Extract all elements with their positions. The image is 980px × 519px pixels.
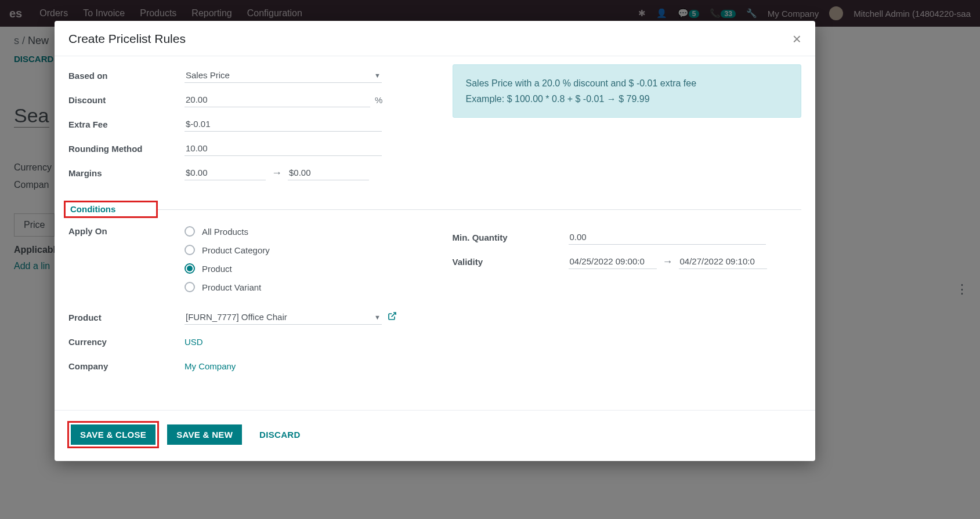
lower-left-column: Apply On All Products Product Category xyxy=(68,226,418,379)
upper-right-column: Sales Price with a 20.0 % discount and $… xyxy=(453,64,802,186)
extra-fee-input[interactable] xyxy=(185,117,382,132)
modal-footer: Save & Close Save & New Discard xyxy=(55,410,815,461)
margins-min-input[interactable] xyxy=(185,165,266,180)
discard-button[interactable]: Discard xyxy=(250,424,309,445)
radio-selected-icon xyxy=(185,263,195,274)
modal-title: Create Pricelist Rules xyxy=(68,32,186,46)
product-label: Product xyxy=(68,313,185,322)
discount-label: Discount xyxy=(68,95,185,105)
discount-input[interactable] xyxy=(185,92,370,107)
arrow-right-icon: → xyxy=(663,256,673,268)
product-select[interactable]: [FURN_7777] Office Chair ▼ xyxy=(185,310,382,325)
close-icon[interactable]: × xyxy=(793,31,801,46)
margins-max-input[interactable] xyxy=(288,165,369,180)
based-on-select[interactable]: Sales Price ▼ xyxy=(185,68,382,83)
radio-icon xyxy=(185,282,195,292)
modal-body: Based on Sales Price ▼ Discount % xyxy=(55,56,815,410)
upper-left-column: Based on Sales Price ▼ Discount % xyxy=(68,64,418,186)
validity-label: Validity xyxy=(453,257,569,267)
company-label: Company xyxy=(68,361,185,371)
extra-fee-label: Extra Fee xyxy=(68,119,185,129)
min-quantity-input[interactable] xyxy=(569,230,766,245)
apply-on-label: Apply On xyxy=(68,226,185,236)
apply-on-product[interactable]: Product xyxy=(185,263,418,274)
save-new-button[interactable]: Save & New xyxy=(167,424,242,445)
currency-label: Currency xyxy=(68,337,185,347)
conditions-section-heading: Conditions xyxy=(64,201,158,218)
based-on-label: Based on xyxy=(68,71,185,81)
discount-suffix: % xyxy=(375,95,382,105)
create-pricelist-rule-modal: Create Pricelist Rules × Based on Sales … xyxy=(55,21,815,461)
min-quantity-label: Min. Quantity xyxy=(453,233,569,242)
rounding-method-label: Rounding Method xyxy=(68,144,185,154)
currency-link[interactable]: USD xyxy=(185,337,203,347)
apply-on-product-variant[interactable]: Product Variant xyxy=(185,282,418,292)
external-link-icon[interactable] xyxy=(388,311,397,323)
apply-on-all-products[interactable]: All Products xyxy=(185,226,418,237)
highlight-save-close: Save & Close xyxy=(67,421,159,448)
modal-header: Create Pricelist Rules × xyxy=(55,21,815,56)
radio-icon xyxy=(185,226,195,237)
info-line-2: Example: $ 100.00 * 0.8 + $ -0.01 → $ 79… xyxy=(466,91,789,107)
margins-label: Margins xyxy=(68,168,185,178)
validity-end-input[interactable] xyxy=(679,254,767,269)
info-line-1: Sales Price with a 20.0 % discount and $… xyxy=(466,75,789,91)
save-close-button[interactable]: Save & Close xyxy=(71,424,156,445)
lower-right-column: Min. Quantity Validity → xyxy=(453,226,802,379)
price-formula-info: Sales Price with a 20.0 % discount and $… xyxy=(453,64,802,118)
rounding-method-input[interactable] xyxy=(185,141,382,156)
arrow-right-icon: → xyxy=(272,167,282,179)
caret-down-icon: ▼ xyxy=(374,72,381,79)
validity-start-input[interactable] xyxy=(569,254,657,269)
radio-icon xyxy=(185,245,195,255)
company-link[interactable]: My Company xyxy=(185,361,236,371)
caret-down-icon: ▼ xyxy=(374,314,381,321)
apply-on-product-category[interactable]: Product Category xyxy=(185,245,418,255)
svg-line-0 xyxy=(392,313,396,317)
